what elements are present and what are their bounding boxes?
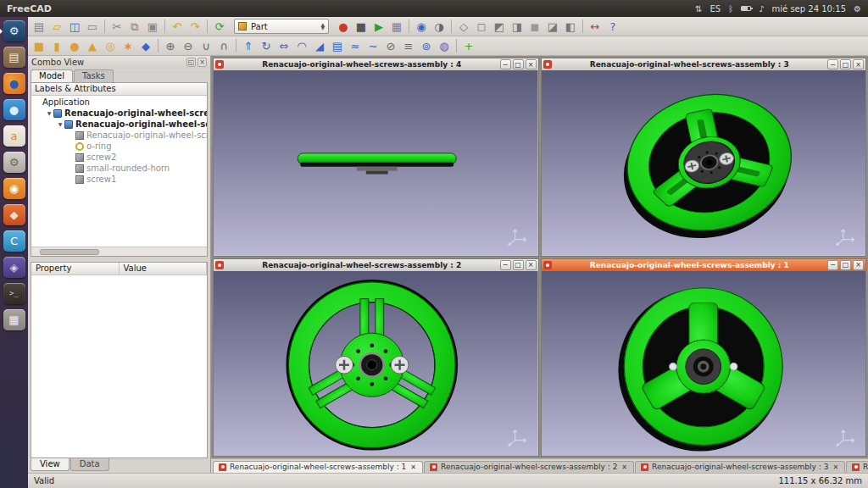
revolve-icon[interactable]: ↻ bbox=[258, 38, 275, 54]
paste-icon[interactable]: ▣ bbox=[144, 19, 161, 35]
part-cylinder-icon[interactable]: ▮ bbox=[48, 38, 65, 54]
value-column-header[interactable]: Value bbox=[120, 263, 208, 274]
close-button[interactable]: × bbox=[853, 59, 864, 69]
section-icon[interactable]: ⊘ bbox=[382, 38, 399, 54]
wheel-front-view[interactable] bbox=[214, 271, 538, 457]
macro-stop-icon[interactable]: ■ bbox=[353, 19, 370, 35]
tree-item-wheel-final[interactable]: Renacuajo-original-wheel-screws-final bbox=[31, 130, 207, 141]
whats-this-icon[interactable]: ? bbox=[604, 19, 621, 35]
loft-icon[interactable]: ≈ bbox=[347, 38, 364, 54]
copy-icon[interactable]: ⧉ bbox=[126, 19, 143, 35]
minimize-button[interactable]: − bbox=[500, 260, 511, 270]
redo-icon[interactable]: ↷ bbox=[186, 19, 203, 35]
3d-viewport[interactable] bbox=[214, 70, 538, 256]
minimize-button[interactable]: − bbox=[827, 59, 838, 69]
view-axonometric-icon[interactable]: ◇ bbox=[455, 19, 472, 35]
tab-view[interactable]: View bbox=[31, 458, 70, 471]
workbench-selector[interactable]: Part ▲▼ bbox=[234, 19, 329, 34]
offset-icon[interactable]: ⊚ bbox=[418, 38, 435, 54]
tree-item-assembly-fin[interactable]: ▼Renacuajo-original-wheel-screws-assembl… bbox=[31, 119, 207, 130]
launcher-item-freecad[interactable]: ⚙ bbox=[2, 19, 27, 42]
view-top-icon[interactable]: ◩ bbox=[491, 19, 508, 35]
restore-button[interactable]: □ bbox=[513, 260, 524, 270]
close-button[interactable]: × bbox=[526, 59, 537, 69]
3d-view-window-2[interactable]: Renacuajo-original-wheel-screws-assembly… bbox=[213, 258, 539, 458]
extrude-icon[interactable]: ⇑ bbox=[240, 38, 257, 54]
part-primitives-icon[interactable]: ∗ bbox=[120, 38, 136, 54]
refresh-icon[interactable]: ⟳ bbox=[211, 19, 228, 35]
tab-close-icon[interactable]: ✕ bbox=[620, 463, 628, 471]
launcher-item-amazon[interactable]: a bbox=[2, 125, 27, 147]
scrollbar-thumb[interactable] bbox=[40, 249, 99, 255]
view-left-icon[interactable]: ◧ bbox=[562, 19, 579, 35]
tab-data[interactable]: Data bbox=[70, 458, 109, 471]
cut-icon[interactable]: ✂ bbox=[108, 19, 125, 35]
3d-view-window-1[interactable]: Renacuajo-original-wheel-screws-assembly… bbox=[541, 258, 867, 458]
3d-viewport[interactable] bbox=[214, 271, 538, 457]
launcher-item-terminal[interactable]: >_ bbox=[2, 282, 27, 305]
tab-tasks[interactable]: Tasks bbox=[74, 69, 114, 82]
launcher-item-blender[interactable]: ◉ bbox=[2, 177, 27, 200]
window-tab-4[interactable]: Renacuajo-original-wheel-screws-assembly bbox=[846, 461, 868, 473]
tree-item-screw1[interactable]: screw1 bbox=[31, 174, 207, 185]
part-sphere-icon[interactable]: ● bbox=[66, 38, 83, 54]
chamfer-icon[interactable]: ◢ bbox=[311, 38, 328, 54]
macro-play-icon[interactable]: ▶ bbox=[370, 19, 387, 35]
restore-button[interactable]: □ bbox=[513, 59, 524, 69]
add-datum-icon[interactable]: + bbox=[460, 38, 477, 54]
thickness-icon[interactable]: ◍ bbox=[436, 38, 453, 54]
shape-builder-icon[interactable]: ◆ bbox=[137, 38, 154, 54]
document-open-icon[interactable]: ▱ bbox=[48, 19, 65, 35]
launcher-item-workspace-switcher[interactable]: ▦ bbox=[2, 308, 27, 331]
tab-close-icon[interactable]: ✕ bbox=[832, 463, 839, 471]
tab-close-icon[interactable]: ✕ bbox=[409, 463, 417, 471]
launcher-item-cmake[interactable]: C bbox=[2, 230, 27, 252]
close-button[interactable]: × bbox=[526, 260, 537, 270]
measure-distance-icon[interactable]: ↔ bbox=[587, 19, 604, 35]
network-icon[interactable]: ⇅ bbox=[695, 4, 702, 14]
tab-model[interactable]: Model bbox=[31, 69, 73, 82]
combo-view-titlebar[interactable]: Combo View ◱ × bbox=[28, 56, 210, 69]
launcher-item-files[interactable]: ▤ bbox=[2, 46, 27, 69]
window-titlebar[interactable]: Renacuajo-original-wheel-screws-assembly… bbox=[214, 58, 538, 70]
part-torus-icon[interactable]: ◎ bbox=[102, 38, 119, 54]
boolean-intersection-icon[interactable]: ∩ bbox=[215, 38, 232, 54]
launcher-item-purple-app[interactable]: ◈ bbox=[2, 256, 27, 279]
window-tab-1[interactable]: Renacuajo-original-wheel-screws-assembly… bbox=[213, 461, 423, 473]
launcher-item-firefox[interactable]: ● bbox=[2, 72, 27, 95]
view-front-icon[interactable]: ◻ bbox=[473, 19, 490, 35]
window-titlebar[interactable]: Renacuajo-original-wheel-screws-assembly… bbox=[542, 259, 866, 271]
clock[interactable]: mié sep 24 10:15 bbox=[772, 4, 846, 14]
launcher-item-system-settings[interactable]: ⚙ bbox=[2, 151, 27, 174]
macro-edit-icon[interactable]: ▦ bbox=[388, 19, 405, 35]
tree-item-small-rounded-horn[interactable]: small-rounded-horn bbox=[31, 163, 207, 174]
3d-viewport[interactable] bbox=[542, 70, 866, 256]
mirror-icon[interactable]: ⇔ bbox=[275, 38, 292, 54]
window-tab-3[interactable]: Renacuajo-original-wheel-screws-assembly… bbox=[635, 461, 845, 473]
boolean-union-icon[interactable]: ∪ bbox=[198, 38, 214, 54]
keyboard-layout-indicator[interactable]: ES bbox=[710, 4, 721, 14]
boolean-icon[interactable]: ⊕ bbox=[162, 38, 179, 54]
3d-view-window-4[interactable]: Renacuajo-original-wheel-screws-assembly… bbox=[213, 58, 539, 257]
window-titlebar[interactable]: Renacuajo-original-wheel-screws-assembly… bbox=[542, 58, 866, 70]
float-panel-icon[interactable]: ◱ bbox=[186, 58, 196, 67]
launcher-item-web-browser[interactable]: ● bbox=[2, 98, 27, 121]
tree-horizontal-scrollbar[interactable] bbox=[31, 247, 207, 256]
window-tab-2[interactable]: Renacuajo-original-wheel-screws-assembly… bbox=[424, 461, 634, 473]
fit-all-icon[interactable]: ◉ bbox=[413, 19, 430, 35]
tree-item-assembly[interactable]: ▼Renacuajo-original-wheel-screws-assembl… bbox=[31, 108, 207, 119]
cross-sections-icon[interactable]: ≡ bbox=[400, 38, 417, 54]
print-icon[interactable]: ▭ bbox=[84, 19, 101, 35]
restore-button[interactable]: □ bbox=[840, 59, 851, 69]
sweep-icon[interactable]: ∼ bbox=[364, 38, 381, 54]
undo-icon[interactable]: ↶ bbox=[169, 19, 186, 35]
wheel-side-view[interactable] bbox=[214, 70, 538, 256]
view-rear-icon[interactable]: ◼ bbox=[526, 19, 543, 35]
session-gear-icon[interactable]: ⚙ bbox=[854, 4, 861, 14]
close-panel-icon[interactable]: × bbox=[198, 58, 207, 67]
launcher-item-software-center[interactable]: ◆ bbox=[2, 203, 27, 226]
view-right-icon[interactable]: ◨ bbox=[509, 19, 526, 35]
view-bottom-icon[interactable]: ◪ bbox=[544, 19, 561, 35]
3d-view-window-3[interactable]: Renacuajo-original-wheel-screws-assembly… bbox=[541, 58, 867, 257]
3d-viewport[interactable] bbox=[542, 271, 866, 457]
